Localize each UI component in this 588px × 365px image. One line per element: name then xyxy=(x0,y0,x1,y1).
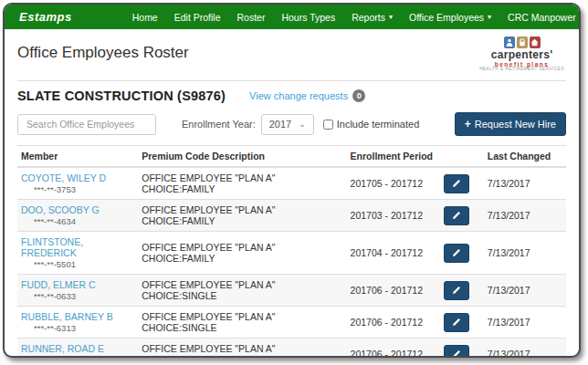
top-navbar: Estamps Home Edit Profile Roster Hours T… xyxy=(5,5,579,29)
enrollment-year-label: Enrollment Year: xyxy=(182,119,256,130)
company-row: SLATE CONSTRUCTION (S9876) View change r… xyxy=(17,89,566,103)
member-ssn: ***-**-0603 xyxy=(21,355,134,358)
enrollment-period: 201706 - 201712 xyxy=(347,275,440,307)
change-requests-count-badge: 0 xyxy=(352,89,365,102)
edit-member-button[interactable] xyxy=(444,174,469,193)
pencil-icon xyxy=(452,286,461,295)
header-divider xyxy=(17,80,566,81)
pencil-icon xyxy=(452,248,461,257)
roster-table: Member Premium Code Description Enrollme… xyxy=(17,145,566,358)
nav-item-home[interactable]: Home xyxy=(132,12,158,23)
premium-code: OFFICE EMPLOYEE "PLAN A" CHOICE:SINGLE xyxy=(138,275,346,307)
pencil-icon xyxy=(452,179,461,188)
nav-item-crc-manpower[interactable]: CRC Manpower xyxy=(508,12,576,23)
col-header-premium: Premium Code Description xyxy=(138,146,346,168)
member-link[interactable]: DOO, SCOOBY G xyxy=(21,204,134,215)
enrollment-period: 201704 - 201712 xyxy=(347,232,440,275)
member-ssn: ***-**-6313 xyxy=(21,323,134,333)
premium-code: OFFICE EMPLOYEE "PLAN A" CHOICE:FAMILY xyxy=(138,167,346,200)
nav-item-office-employees[interactable]: Office Employees▾ xyxy=(409,12,491,23)
caret-down-icon: ▾ xyxy=(488,14,491,21)
nav-item-hours-types[interactable]: Hours Types xyxy=(281,12,335,23)
enrollment-period: 201703 - 201712 xyxy=(347,200,440,232)
edit-member-button[interactable] xyxy=(444,244,469,263)
logo-tagline: HEALTH & RETIREMENT SERVICES xyxy=(479,68,564,72)
table-row: FUDD, ELMER C***-**-0633 OFFICE EMPLOYEE… xyxy=(17,275,566,307)
member-ssn: ***-**-5501 xyxy=(21,259,134,269)
view-change-requests-link[interactable]: View change requests 0 xyxy=(249,89,365,102)
enrollment-period: 201706 - 201712 xyxy=(347,339,440,359)
member-ssn: ***-**-0633 xyxy=(21,291,134,301)
enrollment-period: 201705 - 201712 xyxy=(347,167,440,200)
company-name: SLATE CONSTRUCTION (S9876) xyxy=(17,89,226,103)
app-window: Estamps Home Edit Profile Roster Hours T… xyxy=(3,3,581,358)
col-header-edit xyxy=(440,146,484,168)
include-terminated-checkbox[interactable] xyxy=(323,120,333,130)
table-row: RUNNER, ROAD E***-**-0603 OFFICE EMPLOYE… xyxy=(17,339,566,359)
member-link[interactable]: FUDD, ELMER C xyxy=(21,279,134,290)
premium-code: OFFICE EMPLOYEE "PLAN A" CHOICE:FAMILY xyxy=(138,232,346,275)
nav-item-reports[interactable]: Reports▾ xyxy=(352,12,393,23)
premium-code: OFFICE EMPLOYEE "PLAN A" CHOICE:SINGLE xyxy=(138,307,346,339)
plus-icon: + xyxy=(465,118,471,130)
nav-item-edit-profile[interactable]: Edit Profile xyxy=(174,12,221,23)
table-row: RUBBLE, BARNEY B***-**-6313 OFFICE EMPLO… xyxy=(17,307,566,339)
chevron-down-icon: ⌄ xyxy=(299,120,306,129)
edit-member-button[interactable] xyxy=(444,345,469,359)
last-changed-date: 7/13/2017 xyxy=(484,167,566,200)
logo-icons xyxy=(479,36,564,48)
last-changed-date: 7/13/2017 xyxy=(484,232,566,275)
carpenters-logo: carpenters' benefit plans HEALTH & RETIR… xyxy=(479,36,566,72)
caret-down-icon: ▾ xyxy=(389,14,393,21)
table-row: DOO, SCOOBY G***-**-4634 OFFICE EMPLOYEE… xyxy=(17,200,566,232)
table-row: FLINTSTONE, FREDERICK***-**-5501 OFFICE … xyxy=(17,232,566,275)
premium-code: OFFICE EMPLOYEE "PLAN A" CHOICE:FAMILY xyxy=(138,200,346,232)
main-content: Office Employees Roster carpenters' bene… xyxy=(5,29,579,358)
last-changed-date: 7/13/2017 xyxy=(484,200,566,232)
home-icon xyxy=(530,36,541,48)
member-link[interactable]: FLINTSTONE, FREDERICK xyxy=(21,236,134,258)
page-title: Office Employees Roster xyxy=(17,36,189,62)
include-terminated-option: Include terminated xyxy=(323,119,420,130)
col-header-period: Enrollment Period xyxy=(347,146,440,168)
lock-icon xyxy=(517,36,528,48)
logo-name: carpenters' xyxy=(479,49,564,61)
brand-logo[interactable]: Estamps xyxy=(19,10,72,24)
edit-member-button[interactable] xyxy=(444,206,469,225)
premium-code: OFFICE EMPLOYEE "PLAN A" CHOICE:FAMILY xyxy=(138,339,346,359)
person-icon xyxy=(504,36,515,48)
member-ssn: ***-**-4634 xyxy=(21,216,134,226)
member-link[interactable]: COYOTE, WILEY D xyxy=(21,172,134,183)
last-changed-date: 7/13/2017 xyxy=(484,339,566,359)
controls-row: Enrollment Year: 2017 ⌄ Include terminat… xyxy=(17,112,566,136)
member-link[interactable]: RUNNER, ROAD E xyxy=(21,343,134,354)
pencil-icon xyxy=(452,211,461,220)
member-link[interactable]: RUBBLE, BARNEY B xyxy=(21,311,134,322)
col-header-member: Member xyxy=(17,146,138,168)
request-new-hire-button[interactable]: + Request New Hire xyxy=(455,112,566,136)
nav-item-roster[interactable]: Roster xyxy=(237,12,266,23)
member-ssn: ***-**-3753 xyxy=(21,184,134,194)
table-row: COYOTE, WILEY D***-**-3753 OFFICE EMPLOY… xyxy=(17,167,566,200)
edit-member-button[interactable] xyxy=(444,281,469,300)
last-changed-date: 7/13/2017 xyxy=(484,275,566,307)
enrollment-period: 201706 - 201712 xyxy=(347,307,440,339)
page-header: Office Employees Roster carpenters' bene… xyxy=(17,36,566,77)
edit-member-button[interactable] xyxy=(444,313,469,332)
last-changed-date: 7/13/2017 xyxy=(484,307,566,339)
enrollment-year-select[interactable]: 2017 ⌄ xyxy=(261,114,314,135)
pencil-icon xyxy=(452,318,461,327)
pencil-icon xyxy=(452,349,461,358)
col-header-last-changed: Last Changed xyxy=(484,146,566,168)
table-header-row: Member Premium Code Description Enrollme… xyxy=(17,146,566,168)
nav-menu: Home Edit Profile Roster Hours Types Rep… xyxy=(132,12,581,23)
search-input[interactable] xyxy=(17,114,156,135)
